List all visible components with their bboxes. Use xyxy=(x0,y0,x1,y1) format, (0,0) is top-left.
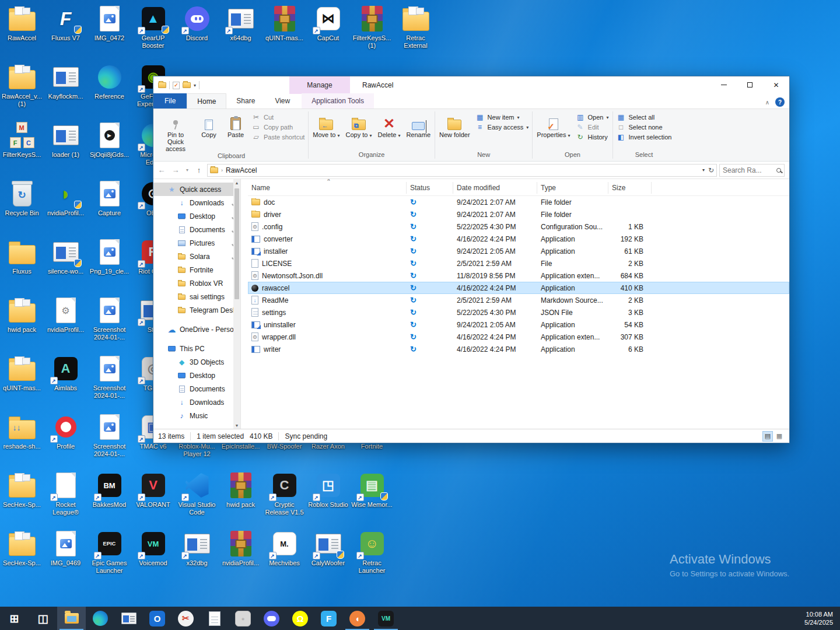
program-window-icon[interactable] xyxy=(114,607,143,630)
desktop-icon[interactable]: FFluxus V7 xyxy=(45,5,86,42)
file-row[interactable]: uninstaller↻9/24/2021 2:05 AMApplication… xyxy=(248,318,789,331)
file-row[interactable]: ⚙wrapper.dll↻4/16/2022 4:24 PMApplicatio… xyxy=(248,331,789,343)
sidebar-item-telegram-desktop[interactable]: Telegram Desktop xyxy=(153,303,240,317)
desktop-icon[interactable]: Screenshot 2024-01-... xyxy=(89,413,130,458)
search-box[interactable] xyxy=(719,164,785,177)
back-icon[interactable]: ← xyxy=(156,166,167,174)
fortnite-icon[interactable]: F xyxy=(314,607,343,630)
snapchat-icon[interactable]: Ω xyxy=(286,607,314,630)
sidebar-item-documents[interactable]: Documents xyxy=(153,223,240,236)
desktop-icon[interactable]: Reference xyxy=(89,63,130,100)
tab-home[interactable]: Home xyxy=(187,93,226,108)
sidebar-item-sai-settings[interactable]: sai settings xyxy=(153,290,240,303)
file-row[interactable]: driver↻9/24/2021 2:07 AMFile folder xyxy=(248,208,789,220)
desktop-icon[interactable]: BM↗BakkesMod xyxy=(89,471,130,509)
open-button[interactable]: ▥Open ▾ xyxy=(576,113,609,121)
desktop-icon[interactable]: Fluxus xyxy=(1,238,43,275)
snipping-tool-icon[interactable]: ✂ xyxy=(172,607,200,630)
customize-qat-chevron-icon[interactable]: ▾ xyxy=(194,83,196,88)
desktop-icon[interactable]: EPIC↗Epic Games Launcher xyxy=(89,530,130,575)
desktop-icon[interactable]: ↗Discord xyxy=(176,5,218,42)
sidebar-item-3d-objects[interactable]: ◆3D Objects xyxy=(153,355,240,369)
titlebar[interactable]: ✓ ▾ Manage RawAccel ✕ xyxy=(153,76,789,94)
desktop-icon[interactable]: IMG_0469 xyxy=(45,530,86,567)
desktop-icon[interactable]: hwid pack xyxy=(220,471,261,509)
address-dropdown-chevron-icon[interactable]: ▾ xyxy=(702,167,705,173)
file-row[interactable]: writer↻4/16/2022 4:24 PMApplication6 KB xyxy=(248,343,789,355)
desktop-icon[interactable]: Screenshot 2024-01-... xyxy=(89,296,130,341)
file-row[interactable]: converter↻4/16/2022 4:24 PMApplication19… xyxy=(248,233,789,245)
tcm-icon[interactable]: ◦ xyxy=(229,607,257,630)
discord-icon[interactable] xyxy=(257,607,286,630)
desktop-icon[interactable]: VM↗Voicemod xyxy=(132,530,174,567)
column-header-name[interactable]: ∧Name xyxy=(248,182,407,194)
file-row[interactable]: ⚙.config↻5/22/2025 4:30 PMConfiguration … xyxy=(248,220,789,233)
column-header-size[interactable]: Size xyxy=(608,182,652,194)
scroll-down-icon[interactable]: ▼ xyxy=(235,422,239,429)
rename-button[interactable]: Rename xyxy=(403,110,433,138)
large-icons-view-button[interactable]: ▦ xyxy=(774,431,785,442)
sidebar-item-solara[interactable]: Solara xyxy=(153,250,240,263)
file-row[interactable]: settings↻5/22/2025 4:30 PMJSON File3 KB xyxy=(248,306,789,318)
breadcrumb[interactable]: › RawAccel ▾ ↻ xyxy=(207,164,717,177)
desktop-icon[interactable]: Screenshot 2024-01-... xyxy=(89,355,130,400)
desktop-icon[interactable]: ◗nvidiaProfil... xyxy=(45,180,86,217)
copy-to-button[interactable]: ⧉ Copy to ▾ xyxy=(343,110,375,139)
search-icon[interactable] xyxy=(776,168,781,173)
desktop-icon[interactable]: SecHex-Sp... xyxy=(1,471,43,509)
forward-icon[interactable]: → xyxy=(170,166,181,174)
properties-qat-icon[interactable]: ✓ xyxy=(173,82,180,89)
desktop-icon[interactable]: ↓↓reshade-sh... xyxy=(1,413,43,450)
recent-locations-chevron-icon[interactable]: ▾ xyxy=(184,167,191,173)
desktop-icon[interactable]: ◳↗Roblox Studio xyxy=(307,471,349,509)
file-row[interactable]: installer↻9/24/2021 2:05 AMApplication61… xyxy=(248,245,789,257)
file-row[interactable]: LICENSE↻2/5/2021 2:59 AMFile2 KB xyxy=(248,257,789,270)
new-folder-qat-icon[interactable] xyxy=(183,82,191,88)
task-view-icon[interactable]: ◫ xyxy=(29,607,57,630)
details-view-button[interactable]: ▤ xyxy=(762,431,773,442)
select-all-button[interactable]: ▦Select all xyxy=(617,113,672,121)
cut-button[interactable]: ✂Cut xyxy=(251,113,304,121)
invert-selection-button[interactable]: ◧Invert selection xyxy=(617,133,672,141)
file-explorer-icon[interactable] xyxy=(57,607,86,630)
tab-application-tools[interactable]: Application Tools xyxy=(302,93,374,108)
desktop-icon[interactable]: MFCFilterKeysS... xyxy=(1,121,43,159)
sidebar-item-pictures[interactable]: Pictures xyxy=(153,236,240,250)
start-icon[interactable]: ⊞ xyxy=(0,607,29,630)
desktop-icon[interactable]: ☺↗Retrac Launcher xyxy=(351,530,393,575)
sidebar-item-music[interactable]: ♪Music xyxy=(153,409,240,422)
desktop-icon[interactable]: Retrac External xyxy=(395,5,436,50)
desktop-icon[interactable]: ▤↗Wise Memor... xyxy=(351,471,393,509)
sidebar-item-quick-access[interactable]: ★Quick access xyxy=(153,183,240,196)
maximize-button[interactable] xyxy=(737,76,763,93)
file-row[interactable]: rawaccel↻4/16/2022 4:24 PMApplication410… xyxy=(248,282,789,294)
paste-shortcut-button[interactable]: ▱Paste shortcut xyxy=(251,133,304,141)
desktop-icon[interactable]: RawAccel_v... (1) xyxy=(1,63,43,108)
desktop-icon[interactable]: ▲↗GearUP Booster xyxy=(132,5,174,50)
tab-file[interactable]: File xyxy=(153,93,187,108)
desktop-icon[interactable]: hwid pack xyxy=(1,296,43,334)
sidebar-item-roblox-vr[interactable]: Roblox VR xyxy=(153,276,240,290)
easy-access-button[interactable]: ≡Easy access ▾ xyxy=(475,123,529,131)
new-folder-button[interactable]: New folder xyxy=(436,110,473,138)
collapse-ribbon-icon[interactable]: ∧ xyxy=(765,99,769,106)
desktop-icon[interactable]: V↗VALORANT xyxy=(132,471,174,509)
column-header-status[interactable]: Status xyxy=(407,182,453,194)
up-icon[interactable]: ↑ xyxy=(193,166,205,174)
desktop-icon[interactable]: Png_19_cle... xyxy=(89,238,130,275)
paste-button[interactable]: Paste xyxy=(222,110,249,138)
sidebar-item-desktop[interactable]: Desktop xyxy=(153,369,240,382)
refresh-icon[interactable]: ↻ xyxy=(708,166,714,174)
desktop-icon[interactable]: loader (1) xyxy=(45,121,86,159)
desktop-icon[interactable]: C↗Cryptic Release V1.5 xyxy=(264,471,305,516)
desktop-icon[interactable]: qUINT-mas... xyxy=(1,355,43,392)
close-button[interactable]: ✕ xyxy=(763,76,789,93)
sidebar-item-fortnite[interactable]: Fortnite xyxy=(153,263,240,276)
desktop-icon[interactable]: ↗x32dbg xyxy=(176,530,218,567)
desktop-icon[interactable]: SecHex-Sp... xyxy=(1,530,43,567)
breadcrumb-item[interactable]: RawAccel xyxy=(226,166,257,174)
notepad-icon[interactable] xyxy=(200,607,229,630)
desktop-icon[interactable]: Kayflockm... xyxy=(45,63,86,100)
delete-button[interactable]: ✕ Delete ▾ xyxy=(375,110,404,139)
edit-button[interactable]: ✎Edit xyxy=(576,123,609,131)
